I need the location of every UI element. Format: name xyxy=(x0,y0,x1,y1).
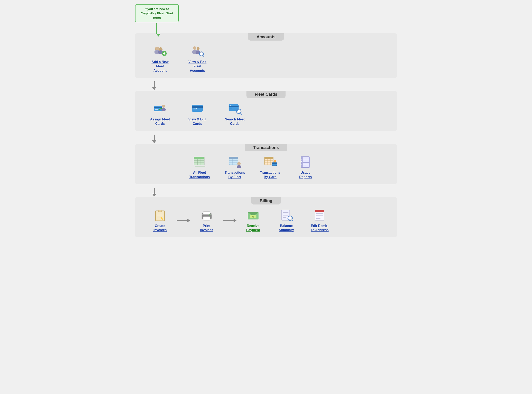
add-fleet-account-label: Add a NewFleetAccount xyxy=(152,60,168,73)
svg-line-16 xyxy=(203,55,204,57)
svg-rect-101 xyxy=(320,210,324,212)
svg-point-70 xyxy=(301,161,302,162)
all-fleet-transactions-label: All FleetTransactions xyxy=(189,171,210,179)
gray-line-3 xyxy=(154,188,155,194)
print-invoices-icon xyxy=(199,209,214,222)
svg-line-98 xyxy=(292,220,293,221)
svg-line-36 xyxy=(240,113,242,114)
gray-arrow-inner-3 xyxy=(152,188,156,197)
svg-point-21 xyxy=(161,108,166,111)
create-invoices-link[interactable]: CreateInvoices xyxy=(147,209,172,233)
by-card-icon: ! xyxy=(263,156,277,169)
create-invoices-label: CreateInvoices xyxy=(153,224,167,233)
remit-address-icon xyxy=(312,209,327,222)
print-invoices-link[interactable]: PrintInvoices xyxy=(194,209,219,233)
balance-summary-icon xyxy=(279,209,294,222)
balance-summary-link[interactable]: BalanceSummary xyxy=(274,209,299,233)
svg-rect-53 xyxy=(264,157,273,159)
gray-line-1 xyxy=(154,81,155,87)
svg-point-51 xyxy=(237,165,241,168)
svg-rect-27 xyxy=(192,106,203,108)
fleetcards-section: Fleet Cards xyxy=(135,91,397,131)
accounts-title-bar: Accounts xyxy=(135,33,397,41)
view-edit-accounts-label: View & EditFleetAccounts xyxy=(188,60,207,73)
gray-arrowhead-2 xyxy=(152,140,156,143)
all-transactions-icon xyxy=(192,156,207,169)
view-card-icon: Po Fleet xyxy=(190,102,205,116)
svg-rect-9 xyxy=(164,52,165,55)
svg-rect-43 xyxy=(195,166,205,167)
h-line-1 xyxy=(177,220,187,221)
svg-point-69 xyxy=(301,159,302,160)
receive-payment-link[interactable]: $ ReceivePayment xyxy=(241,209,266,233)
h-arrowhead-1 xyxy=(187,218,190,223)
svg-rect-45 xyxy=(229,157,238,159)
billing-section: Billing xyxy=(135,197,397,238)
transactions-by-card-link[interactable]: ! TransactionsBy Card xyxy=(258,156,283,179)
view-edit-fleet-accounts-link[interactable]: View & EditFleetAccounts xyxy=(185,45,210,73)
svg-rect-28 xyxy=(193,109,197,109)
svg-point-10 xyxy=(193,47,196,50)
fleetcards-title-bar: Fleet Cards xyxy=(135,91,397,98)
edit-remit-address-link[interactable]: Edit Remit-To Address xyxy=(307,209,332,233)
billing-arrow-1 xyxy=(177,218,190,223)
accounts-title: Accounts xyxy=(248,33,284,41)
svg-rect-74 xyxy=(158,210,162,212)
fleetcards-title: Fleet Cards xyxy=(247,91,286,98)
usage-reports-icon xyxy=(298,156,313,169)
transactions-to-billing-arrow xyxy=(135,188,397,196)
assign-card-icon xyxy=(153,102,167,116)
svg-point-2 xyxy=(156,47,159,50)
gray-arrow-inner-1 xyxy=(152,81,156,90)
receive-payment-label: ReceivePayment xyxy=(246,224,260,233)
all-fleet-transactions-link[interactable]: All FleetTransactions xyxy=(187,156,212,179)
transactions-by-fleet-label: TransactionsBy Fleet xyxy=(225,171,245,179)
svg-point-15 xyxy=(200,53,203,55)
accounts-section: Accounts xyxy=(135,33,397,78)
gray-arrowhead-3 xyxy=(152,194,156,197)
print-invoices-label: PrintInvoices xyxy=(200,224,213,233)
svg-rect-81 xyxy=(203,212,210,214)
svg-point-35 xyxy=(238,110,240,113)
view-edit-cards-link[interactable]: Po Fleet View & EditCards xyxy=(185,102,210,126)
billing-arrow-2 xyxy=(223,218,237,223)
assign-fleet-cards-link[interactable]: Assign FleetCards xyxy=(147,102,172,126)
view-edit-cards-label: View & EditCards xyxy=(188,117,207,126)
transactions-items: All FleetTransactions xyxy=(135,156,397,179)
svg-point-71 xyxy=(301,164,302,165)
svg-point-85 xyxy=(209,214,211,216)
search-card-icon: Po Fleet xyxy=(228,102,242,116)
svg-point-20 xyxy=(162,105,165,108)
transactions-title: Transactions xyxy=(245,144,287,151)
svg-rect-82 xyxy=(203,217,210,220)
svg-rect-19 xyxy=(155,109,158,110)
new-user-badge: If you are new to CryptoPay Fleet, Start… xyxy=(135,4,179,22)
search-fleet-cards-label: Search FleetCards xyxy=(225,117,245,126)
accounts-items: Add a NewFleetAccount xyxy=(135,45,397,73)
transactions-by-card-label: TransactionsBy Card xyxy=(260,171,281,179)
svg-text:$: $ xyxy=(253,216,253,218)
svg-text:!: ! xyxy=(274,161,275,162)
view-account-icon xyxy=(190,45,205,58)
add-fleet-account-link[interactable]: Add a NewFleetAccount xyxy=(147,45,172,73)
svg-rect-59 xyxy=(272,163,277,164)
balance-summary-label: BalanceSummary xyxy=(279,224,294,233)
transactions-by-fleet-link[interactable]: TransactionsBy Fleet xyxy=(222,156,247,179)
receive-payment-icon: $ xyxy=(246,209,260,222)
billing-title: Billing xyxy=(251,197,281,204)
svg-rect-72 xyxy=(155,211,165,221)
billing-items: CreateInvoices xyxy=(135,209,397,233)
svg-point-50 xyxy=(237,162,241,165)
search-fleet-cards-link[interactable]: Po Fleet Search FleetCards xyxy=(222,102,247,126)
gray-arrowhead-1 xyxy=(152,87,156,90)
accounts-to-fleetcards-arrow xyxy=(135,82,397,90)
svg-point-97 xyxy=(289,217,291,219)
gray-line-2 xyxy=(154,135,155,140)
add-account-icon xyxy=(153,45,167,58)
usage-reports-link[interactable]: UsageReports xyxy=(293,156,318,179)
svg-point-5 xyxy=(159,47,162,50)
new-user-text: If you are new to CryptoPay Fleet, Start… xyxy=(141,7,173,19)
billing-title-bar: Billing xyxy=(135,197,397,204)
svg-point-12 xyxy=(197,47,199,50)
svg-rect-91 xyxy=(281,210,290,220)
